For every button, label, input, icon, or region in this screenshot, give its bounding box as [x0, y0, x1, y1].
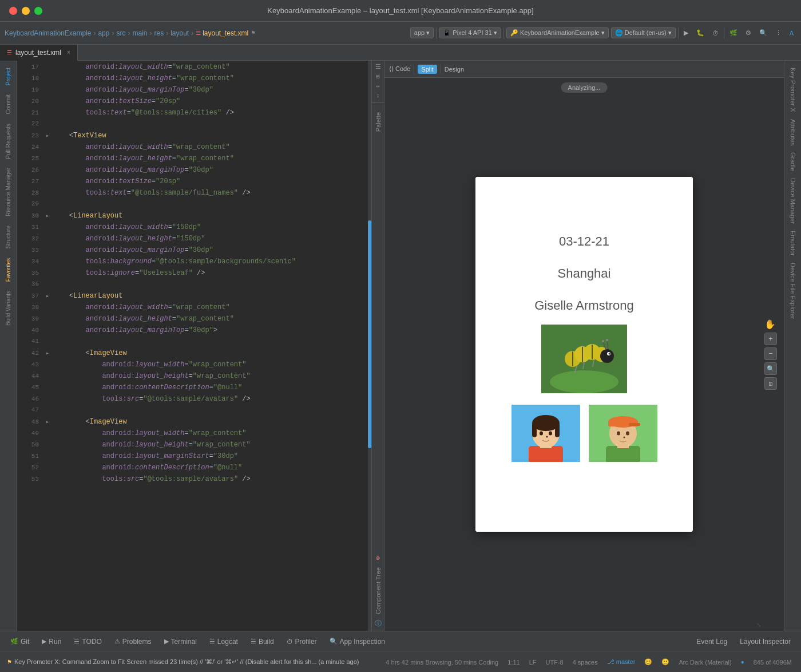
split-mode-btn[interactable]: Split — [418, 65, 437, 74]
breadcrumb-app[interactable]: app — [98, 29, 109, 37]
git-button[interactable]: 🌿 — [727, 28, 740, 38]
close-button[interactable] — [9, 7, 17, 15]
code-line-53: 53 tools:src="@tools:sample/avatars" /> — [17, 475, 371, 487]
svg-point-15 — [606, 339, 608, 341]
editor-scrollbar[interactable] — [368, 61, 371, 631]
palette-icon[interactable]: ☰ — [375, 63, 381, 70]
window-title: KeyboardAnimationExample – layout_test.x… — [267, 6, 533, 15]
palette-arrow-icon[interactable]: ↕ — [376, 92, 380, 99]
sidebar-build-variants[interactable]: Build Variants — [5, 288, 11, 328]
window-controls[interactable] — [9, 7, 42, 15]
breadcrumb-arrow: ⚑ — [251, 30, 256, 36]
run-button[interactable]: ▶ — [681, 28, 691, 38]
sidebar-gradle[interactable]: Gradle — [790, 150, 796, 173]
component-tree-label[interactable]: Component Tree — [375, 567, 382, 614]
terminal-tool-btn[interactable]: ▶ Terminal — [158, 636, 203, 647]
zoom-fit-btn[interactable]: 🔍 — [764, 362, 777, 375]
profiler-tool-btn[interactable]: ⏱ Profiler — [281, 636, 323, 647]
app-selector[interactable]: app ▾ — [410, 27, 434, 38]
device-frame: 03-12-21 Shanghai Giselle Armstrong — [475, 177, 693, 532]
breadcrumb-layout[interactable]: layout — [170, 29, 189, 37]
breadcrumb-res[interactable]: res — [154, 29, 164, 37]
code-mode-btn[interactable]: ⟨⟩ Code — [389, 65, 410, 73]
minimize-button[interactable] — [22, 7, 30, 15]
todo-icon: ☰ — [74, 638, 80, 645]
code-line-49: 49 android:layout_width="wrap_content" — [17, 429, 371, 441]
analyzing-badge: Analyzing... — [561, 82, 608, 93]
more-button[interactable]: ⋮ — [772, 28, 784, 38]
svg-rect-25 — [555, 423, 560, 437]
run-tool-btn[interactable]: ▶ Run — [36, 636, 67, 647]
app-inspection-tool-btn[interactable]: 🔍 App Inspection — [324, 636, 391, 647]
git-tool-btn[interactable]: 🌿 Git — [5, 636, 35, 647]
status-encoding[interactable]: UTF-8 — [543, 659, 565, 666]
sidebar-attributes[interactable]: Attributes — [790, 119, 796, 145]
error-icon[interactable]: ⊗ — [376, 554, 380, 563]
code-line-48: 48 ▸ <ImageView — [17, 418, 371, 429]
breadcrumb: KeyboardAnimationExample › app › src › m… — [5, 29, 256, 37]
android-button[interactable]: A — [787, 29, 796, 38]
preview-date: 03-12-21 — [559, 234, 609, 249]
sidebar-key-promoter[interactable]: Key Promoter X — [790, 65, 796, 114]
editor-scrollbar-thumb[interactable] — [368, 220, 371, 448]
breadcrumb-root[interactable]: KeyboardAnimationExample — [5, 29, 91, 37]
sidebar-resource-manager[interactable]: Resource Manager — [5, 165, 11, 219]
code-line-36: 36 — [17, 280, 371, 292]
sidebar-project[interactable]: Project — [5, 65, 11, 88]
breadcrumb-src[interactable]: src — [116, 29, 125, 37]
sidebar-commit[interactable]: Commit — [5, 92, 11, 116]
hand-icon[interactable]: ✋ — [764, 319, 777, 330]
code-editor: 17 android:layout_width="wrap_content" 1… — [17, 61, 372, 631]
sidebar-pull-requests[interactable]: Pull Requests — [5, 121, 11, 161]
sidebar-emulator[interactable]: Emulator — [790, 228, 796, 258]
palette-search-icon[interactable]: ⇔ — [376, 82, 380, 90]
breadcrumb-file[interactable]: ☰ layout_test.xml — [196, 29, 248, 37]
tab-close-icon[interactable]: × — [67, 49, 70, 56]
device-selector[interactable]: 📱 Pixel 4 API 31 ▾ — [439, 27, 501, 38]
profile-button[interactable]: ⏱ — [709, 29, 721, 38]
status-theme: Arc Dark (Material) — [676, 659, 733, 666]
sidebar-structure[interactable]: Structure — [5, 223, 11, 251]
settings-button[interactable]: ⚙ — [743, 28, 754, 38]
breadcrumb-main[interactable]: main — [132, 29, 147, 37]
code-line-17: 17 android:layout_width="wrap_content" — [17, 63, 371, 74]
app-config-selector[interactable]: 🔑 KeyboardAnimationExample ▾ — [506, 27, 609, 38]
git-icon: 🌿 — [10, 638, 18, 645]
todo-tool-btn[interactable]: ☰ TODO — [68, 636, 107, 647]
component-tree-icon[interactable]: ⊞ — [376, 73, 380, 80]
preview-city: Shanghai — [558, 266, 611, 281]
svg-point-9 — [600, 349, 614, 363]
zoom-out-btn[interactable]: − — [764, 347, 777, 360]
layout-inspector-btn[interactable]: Layout Inspector — [734, 636, 796, 647]
status-branch[interactable]: ⎇ master — [605, 658, 638, 666]
sidebar-device-manager[interactable]: Device Manager — [790, 178, 796, 224]
run-icon: ▶ — [42, 638, 46, 645]
status-spaces[interactable]: 4 spaces — [570, 659, 600, 666]
logcat-tool-btn[interactable]: ☰ Logcat — [204, 636, 244, 647]
svg-point-1 — [550, 370, 618, 393]
search-button[interactable]: 🔍 — [756, 28, 770, 38]
problems-tool-btn[interactable]: ⚠ Problems — [109, 636, 157, 647]
code-line-33: 33 android:layout_marginTop="30dp" — [17, 246, 371, 258]
event-log-btn[interactable]: Event Log — [691, 636, 733, 647]
build-tool-btn[interactable]: ☰ Build — [245, 636, 280, 647]
palette-label[interactable]: Palette — [375, 112, 382, 132]
status-bar: ⚑ Key Promoter X: Command Zoom to Fit Sc… — [0, 651, 801, 672]
svg-point-36 — [617, 432, 620, 436]
code-line-43: 43 android:layout_width="wrap_content" — [17, 361, 371, 372]
tab-layout-test[interactable]: ☰ layout_test.xml × — [0, 45, 78, 61]
branch-icon: ⎇ — [607, 658, 614, 665]
maximize-button[interactable] — [34, 7, 42, 15]
zoom-actual-btn[interactable]: ⊡ — [764, 377, 777, 390]
device-content: 03-12-21 Shanghai Giselle Armstrong — [475, 177, 693, 532]
status-lf[interactable]: LF — [527, 659, 539, 666]
locale-selector[interactable]: 🌐 Default (en-us) ▾ — [611, 27, 676, 38]
sidebar-device-file-explorer[interactable]: Device File Explorer — [790, 263, 796, 319]
info-icon[interactable]: ⓘ — [375, 619, 382, 628]
sidebar-favorites[interactable]: Favorites — [5, 256, 11, 284]
status-position[interactable]: 1:11 — [505, 659, 522, 666]
zoom-in-btn[interactable]: + — [764, 333, 777, 345]
debug-button[interactable]: 🐛 — [693, 28, 707, 38]
tab-label: layout_test.xml — [15, 49, 61, 57]
design-mode-btn[interactable]: Design — [445, 66, 464, 73]
